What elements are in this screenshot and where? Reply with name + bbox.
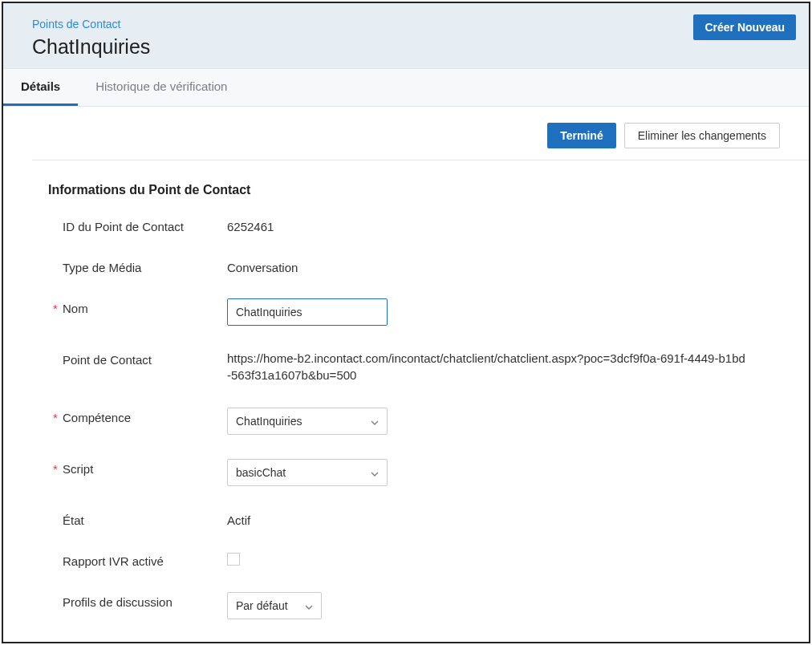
chat-profile-select-value: Par défaut — [236, 599, 288, 612]
poc-id-value: 6252461 — [227, 217, 764, 233]
script-select-value: basicChat — [236, 466, 286, 479]
skill-select[interactable]: ChatInquiries — [227, 408, 388, 435]
script-select[interactable]: basicChat — [227, 459, 388, 486]
poc-url: https://home-b2.incontact.com/incontact/… — [227, 350, 749, 383]
state-value: Actif — [227, 510, 764, 527]
state-label: État — [63, 510, 227, 527]
actions-bar: Terminé Eliminer les changements — [3, 107, 809, 160]
chevron-down-icon — [371, 466, 379, 479]
chevron-down-icon — [371, 415, 379, 428]
done-button[interactable]: Terminé — [547, 123, 615, 148]
create-new-button[interactable]: Créer Nouveau — [693, 14, 796, 40]
skill-select-value: ChatInquiries — [236, 415, 302, 428]
name-input[interactable] — [227, 298, 388, 326]
skill-label: Compétence — [63, 408, 227, 424]
chat-profile-label: Profils de discussion — [63, 592, 227, 609]
page-title: ChatInquiries — [3, 30, 809, 68]
poc-label: Point de Contact — [63, 350, 227, 367]
breadcrumb-link[interactable]: Points de Contact — [3, 3, 809, 30]
discard-button[interactable]: Eliminer les changements — [624, 123, 780, 148]
ivr-checkbox[interactable] — [227, 553, 240, 566]
script-label: Script — [63, 459, 227, 476]
name-label: Nom — [63, 298, 227, 315]
tab-details[interactable]: Détails — [3, 69, 78, 106]
chat-profile-select[interactable]: Par défaut — [227, 592, 322, 619]
poc-id-label: ID du Point de Contact — [63, 217, 227, 233]
form: ID du Point de Contact 6252461 Type de M… — [3, 217, 809, 643]
tabs-bar: Détails Historique de vérification — [3, 68, 809, 107]
media-type-value: Conversation — [227, 258, 764, 274]
ivr-label: Rapport IVR activé — [63, 551, 227, 568]
header: Points de Contact ChatInquiries Créer No… — [3, 3, 809, 68]
tab-audit-history[interactable]: Historique de vérification — [78, 69, 245, 106]
section-title: Informations du Point de Contact — [3, 160, 809, 217]
media-type-label: Type de Média — [63, 258, 227, 274]
chevron-down-icon — [305, 599, 313, 612]
